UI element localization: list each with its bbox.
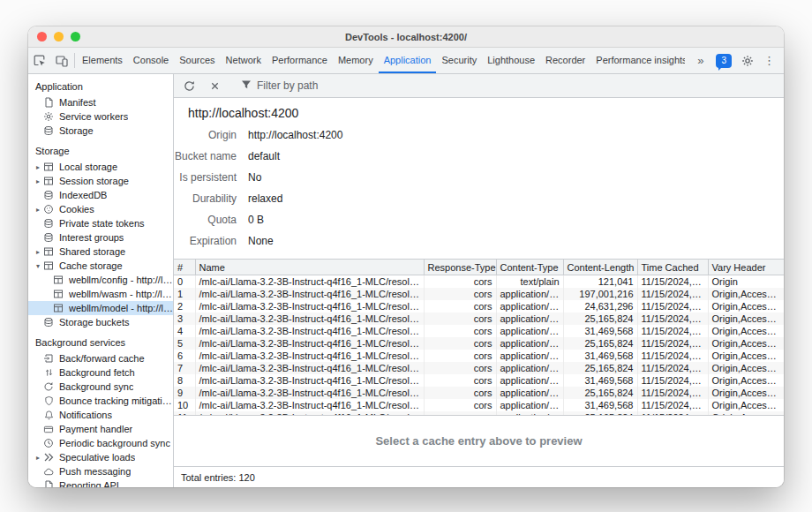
devtools-body: ApplicationManifestService workersStorag… — [28, 74, 784, 487]
tab-label: Sources — [179, 55, 214, 65]
column-header-num[interactable]: # — [174, 260, 195, 275]
sidebar-item-webllm-model-http-loc[interactable]: webllm/model - http://loc… — [28, 301, 173, 315]
table-cell: 11/15/2024, 10… — [637, 337, 708, 350]
tab-application[interactable]: Application — [379, 48, 437, 73]
column-header-content-length[interactable]: Content-Length — [563, 260, 637, 275]
sidebar-item-label: Private state tokens — [59, 218, 145, 229]
table-cell: 25,165,824 — [563, 387, 637, 399]
database-icon — [42, 190, 55, 200]
table-cell: cors — [424, 275, 496, 289]
sidebar-item-cache-storage[interactable]: ▾Cache storage — [28, 259, 173, 273]
sidebar-item-webllm-config-http-loc[interactable]: webllm/config - http://loc… — [28, 273, 173, 287]
expander-icon[interactable]: ▸ — [34, 163, 42, 171]
device-toolbar-icon[interactable] — [50, 48, 72, 73]
column-header-name[interactable]: Name — [195, 260, 424, 275]
table-row[interactable]: 6/mlc-ai/Llama-3.2-3B-Instruct-q4f16_1-M… — [174, 350, 784, 362]
sidebar-item-service-workers[interactable]: Service workers — [28, 109, 173, 124]
table-cell: cors — [424, 312, 496, 325]
table-cell: 11/15/2024, 10… — [637, 300, 708, 312]
expander-icon[interactable]: ▸ — [34, 248, 42, 256]
table-cell: application/oc… — [496, 362, 563, 374]
expander-icon[interactable]: ▸ — [34, 177, 42, 185]
payment-icon — [42, 425, 55, 434]
sidebar-item-bounce-tracking-mitigations[interactable]: Bounce tracking mitigations — [28, 394, 173, 408]
sidebar-item-indexeddb[interactable]: IndexedDB — [28, 188, 173, 202]
settings-gear-icon[interactable] — [736, 55, 758, 67]
inspect-element-icon[interactable] — [28, 48, 50, 73]
sidebar-item-manifest[interactable]: Manifest — [28, 95, 173, 109]
table-cell: 197,001,216 — [563, 288, 637, 300]
tab-recorder[interactable]: Recorder — [540, 48, 590, 73]
expander-icon[interactable]: ▾ — [34, 262, 42, 270]
tab-security[interactable]: Security — [436, 48, 482, 73]
more-tabs-icon[interactable]: » — [689, 54, 711, 67]
table-cell: application/oc… — [496, 325, 563, 337]
table-row[interactable]: 9/mlc-ai/Llama-3.2-3B-Instruct-q4f16_1-M… — [174, 387, 784, 399]
sidebar-item-storage[interactable]: Storage — [28, 124, 173, 138]
table-cell: 11/15/2024, 10… — [637, 374, 708, 387]
sidebar-item-label: Service workers — [59, 111, 128, 122]
tab-memory[interactable]: Memory — [333, 48, 379, 73]
expander-icon[interactable]: ▸ — [34, 454, 42, 462]
tab-elements[interactable]: Elements — [77, 48, 128, 73]
table-row[interactable]: 10/mlc-ai/Llama-3.2-3B-Instruct-q4f16_1-… — [174, 399, 784, 411]
sidebar-item-notifications[interactable]: Notifications — [28, 408, 173, 422]
tab-lighthouse[interactable]: Lighthouse — [482, 48, 540, 73]
sidebar-item-shared-storage[interactable]: ▸Shared storage — [28, 245, 173, 259]
sidebar-item-webllm-wasm-http-loca[interactable]: webllm/wasm - http://loca… — [28, 287, 173, 301]
sidebar-item-background-fetch[interactable]: Background fetch — [28, 365, 173, 380]
sidebar-item-cookies[interactable]: ▸Cookies — [28, 202, 173, 216]
table-row[interactable]: 8/mlc-ai/Llama-3.2-3B-Instruct-q4f16_1-M… — [174, 374, 784, 387]
sidebar-item-push-messaging[interactable]: Push messaging — [28, 464, 173, 478]
table-cell: Origin — [708, 275, 784, 289]
delete-selected-icon[interactable] — [205, 76, 224, 95]
application-sidebar: ApplicationManifestService workersStorag… — [28, 74, 174, 487]
close-window-button[interactable] — [37, 32, 47, 41]
sidebar-item-interest-groups[interactable]: Interest groups — [28, 230, 173, 245]
table-cell: 7 — [174, 362, 195, 374]
sidebar-item-label: Manifest — [59, 97, 96, 108]
sidebar-item-local-storage[interactable]: ▸Local storage — [28, 160, 173, 174]
minimize-window-button[interactable] — [54, 32, 64, 41]
table-row[interactable]: 5/mlc-ai/Llama-3.2-3B-Instruct-q4f16_1-M… — [174, 337, 784, 350]
sidebar-item-private-state-tokens[interactable]: Private state tokens — [28, 216, 173, 230]
sidebar-item-reporting-api[interactable]: Reporting API — [28, 478, 173, 487]
tab-sources[interactable]: Sources — [174, 48, 220, 73]
sidebar-item-storage-buckets[interactable]: Storage buckets — [28, 315, 173, 329]
refresh-icon[interactable] — [179, 76, 199, 95]
zoom-window-button[interactable] — [71, 32, 80, 41]
devtools-window: DevTools - localhost:4200/ ElementsConso… — [28, 26, 784, 487]
sidebar-item-periodic-background-sync[interactable]: Periodic background sync — [28, 436, 173, 450]
main-panel: Filter by path http://localhost:4200 Ori… — [174, 74, 784, 487]
column-header-response-type[interactable]: Response-Type — [424, 260, 496, 275]
more-options-icon[interactable]: ⋮ — [758, 54, 780, 67]
table-cell: application/oc… — [496, 288, 563, 300]
table-cell: 2 — [174, 300, 195, 312]
sidebar-item-session-storage[interactable]: ▸Session storage — [28, 174, 173, 188]
tab-network[interactable]: Network — [221, 48, 267, 73]
table-row[interactable]: 1/mlc-ai/Llama-3.2-3B-Instruct-q4f16_1-M… — [174, 288, 784, 300]
cache-entries-table: #NameResponse-TypeContent-TypeContent-Le… — [174, 259, 784, 415]
table-row[interactable]: 7/mlc-ai/Llama-3.2-3B-Instruct-q4f16_1-M… — [174, 362, 784, 374]
metadata-value: No — [248, 171, 261, 184]
sidebar-item-speculative-loads[interactable]: ▸Speculative loads — [28, 450, 173, 464]
tab-performance-insights[interactable]: Performance insights — [590, 48, 685, 73]
filter-by-path-input[interactable]: Filter by path — [241, 79, 318, 93]
column-header-vary-header[interactable]: Vary Header — [708, 260, 784, 275]
column-header-content-type[interactable]: Content-Type — [496, 260, 563, 275]
cache-view: http://localhost:4200 Originhttp://local… — [174, 98, 784, 415]
table-row[interactable]: 0/mlc-ai/Llama-3.2-3B-Instruct-q4f16_1-M… — [174, 275, 784, 289]
table-cell: 11/15/2024, 10… — [637, 399, 708, 411]
expander-icon[interactable]: ▸ — [34, 206, 42, 214]
tab-console[interactable]: Console — [128, 48, 174, 73]
table-row[interactable]: 3/mlc-ai/Llama-3.2-3B-Instruct-q4f16_1-M… — [174, 312, 784, 325]
console-messages-badge[interactable]: 3 — [716, 54, 732, 68]
column-header-time-cached[interactable]: Time Cached — [637, 260, 708, 275]
table-row[interactable]: 4/mlc-ai/Llama-3.2-3B-Instruct-q4f16_1-M… — [174, 325, 784, 337]
tab-performance[interactable]: Performance — [267, 48, 333, 73]
sidebar-item-background-sync[interactable]: Background sync — [28, 380, 173, 394]
table-row[interactable]: 2/mlc-ai/Llama-3.2-3B-Instruct-q4f16_1-M… — [174, 300, 784, 312]
sidebar-item-back-forward-cache[interactable]: Back/forward cache — [28, 351, 173, 365]
sidebar-item-payment-handler[interactable]: Payment handler — [28, 422, 173, 436]
table-cell: cors — [424, 300, 496, 312]
